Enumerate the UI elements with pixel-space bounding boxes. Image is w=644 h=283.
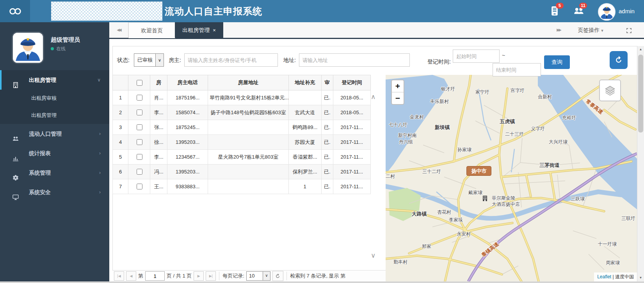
sidebar-menu: 出租房管理 ∨ 出租房审核 出租房管理 流动人口管理 › [0,70,109,202]
map-label: 郑家 [422,243,431,250]
notifications-users-button[interactable]: 11 [574,6,584,16]
table-row[interactable]: 1 肖...1875196... 翠竹南路91号文化新村15栋2单元... 已.… [113,90,371,105]
leaflet-link[interactable]: Leaflet [597,274,611,279]
tabs-scroll-right-button[interactable]: ▶▶ [550,22,568,38]
scroll-up-arrow[interactable]: ▲ [637,46,644,53]
first-page-button[interactable]: |◀ [114,271,124,281]
chevron-right-icon: › [99,163,101,182]
map-labels-layer: 银才圩家宁圩宫字圩合新村丰乐新村充裕圩五虎镇金龙村新坝镇七十八圩新宁村南丹六组义… [386,75,637,281]
admin-username[interactable]: admin [619,0,635,22]
table-scroll-down-icon[interactable]: ∨ [371,251,375,260]
scrollbar-thumb[interactable] [638,55,643,133]
row-checkbox[interactable] [137,110,142,115]
rental-table: 房 房主电话 房屋地址 地址补充 审 登记时间 1 肖...1875196...… [112,75,381,194]
table-row[interactable]: 2 李...1585074... 扬子中路148号仙鹤花园5栋603室玄武大道 … [113,105,371,120]
map-label: 新宁村南 [398,132,417,139]
gears-icon [12,170,19,176]
status-label: 状态: [117,57,130,64]
col-date: 登记时间 [333,75,370,90]
row-checkbox[interactable] [137,169,142,175]
online-dot [51,47,54,50]
chevron-right-icon: › [99,143,101,163]
last-page-button[interactable]: ▶| [206,271,216,281]
table-row[interactable]: 3 张...1875245... 鹤鸣路89... 已.2017-11... [113,120,371,135]
sidebar-submenu: 出租房审核 出租房管理 [0,90,109,124]
map-label: 二村 [386,173,395,180]
table-row[interactable]: 5 李...1234567... 星火路20号7栋1单元803室香溢紫郡... … [113,150,371,164]
zoom-in-button[interactable]: + [392,80,404,92]
map-layers-button[interactable] [599,80,621,101]
tab-operations-dropdown[interactable]: 页签操作 ▾ [568,22,614,38]
sidebar-item-reports[interactable]: 统计报表 › [0,143,109,163]
city-badge: 扬中市 [466,166,491,176]
tab-rental-mgmt[interactable]: 出租房管理× [175,22,223,38]
map[interactable]: 银才圩家宁圩宫字圩合新村丰乐新村充裕圩五虎镇金龙村新坝镇七十八圩新宁村南丹六组义… [386,75,637,281]
tabs-scroll-left-button[interactable]: ◀◀ [109,22,128,38]
close-tab-icon[interactable]: × [213,27,216,33]
sidebar-item-rental-mgmt[interactable]: 出租房管理 ∨ [0,70,109,90]
sidebar-item-system-security[interactable]: 系统安全 › [0,182,109,202]
monitor-icon [12,189,19,195]
tab-home[interactable]: 欢迎首页 [128,22,175,38]
date-end-input[interactable] [493,63,541,76]
user-avatar[interactable] [598,3,616,21]
pagination-bar: |◀ ◀ 第 页 / 共 1 页 ▶ ▶| 每页记录: 10 ∨ 检索到 7 条… [112,270,386,281]
sidebar-item-label: 流动人口管理 [29,124,62,143]
date-start-input[interactable] [453,50,500,63]
scroll-down-arrow[interactable]: ▼ [637,274,644,281]
table-header-row: 房 房主电话 房屋地址 地址补充 审 登记时间 [113,75,371,90]
row-checkbox[interactable] [137,139,142,145]
page-number-input[interactable] [145,271,165,281]
table-scroll-up-icon[interactable]: ∧ [371,93,375,101]
map-zoom-control: + − [391,80,404,105]
select-arrow-icon: ∨ [155,54,164,66]
notifications-doc-button[interactable]: 5 [550,6,560,16]
table-row[interactable]: 4 徐...1395203... 苏园大厦 已.2017-11... [113,135,371,150]
expand-fullscreen-button[interactable] [614,22,644,38]
per-page-select[interactable]: 10 ∨ [246,271,270,281]
grid-refresh-button[interactable] [272,271,283,281]
col-status: 审 [321,75,333,90]
map-label: 三联圩 [621,215,635,222]
sidebar-item-label: 系统管理 [29,163,51,182]
map-label: 五虎镇 [500,118,515,125]
map-label: 永安村 [457,231,471,237]
next-page-button[interactable]: ▶ [194,271,204,281]
app-logo[interactable] [0,0,30,22]
chevron-down-icon: ∨ [97,70,101,90]
row-checkbox[interactable] [137,124,142,130]
sidebar-item-system-mgmt[interactable]: 系统管理 › [0,163,109,182]
sidebar-subitem-rental-manage[interactable]: 出租房管理 [0,107,109,124]
sidebar-item-label: 统计报表 [29,143,51,163]
status-select[interactable]: 已审核 ∨ [134,53,164,67]
map-label: 大酒店扬中店 [492,201,520,208]
map-label: 宫字圩 [511,87,525,94]
search-button[interactable]: 查询 [544,55,570,69]
map-label: 大兴圩埭 [549,139,568,145]
row-checkbox[interactable] [137,184,142,189]
owner-input[interactable] [184,53,278,67]
col-phone: 房主电话 [167,75,208,90]
date-label: 登记时间: [427,58,451,65]
address-input[interactable] [299,53,410,67]
police-avatar-icon [13,33,43,63]
bar-chart-icon [12,150,19,156]
page-scrollbar[interactable]: ▲ ▼ [637,46,644,281]
total-pages-label: 页 / 共 1 页 [167,272,192,279]
prev-page-button[interactable]: ◀ [126,271,136,281]
per-page-label: 每页记录: [222,272,244,279]
row-checkbox[interactable] [137,154,142,160]
map-label: 三茅街道 [539,162,560,169]
table-row[interactable]: 7 王...9383883... 1 已.2017-11... [113,179,371,194]
refresh-button[interactable] [610,51,628,69]
profile-avatar[interactable] [13,33,43,63]
zoom-out-button[interactable]: − [392,92,404,104]
map-label: 菲尔斯金陵 [492,195,515,202]
sidebar-subitem-rental-review[interactable]: 出租房审核 [0,90,109,107]
map-label: 充裕圩 [562,115,576,121]
row-checkbox[interactable] [137,95,142,101]
doc-badge: 5 [556,3,564,9]
select-all-checkbox[interactable] [137,80,142,86]
sidebar-item-population-mgmt[interactable]: 流动人口管理 › [0,124,109,143]
table-row[interactable]: 6 冯...1395203... 保利罗兰... 已.2017-11... [113,164,371,179]
